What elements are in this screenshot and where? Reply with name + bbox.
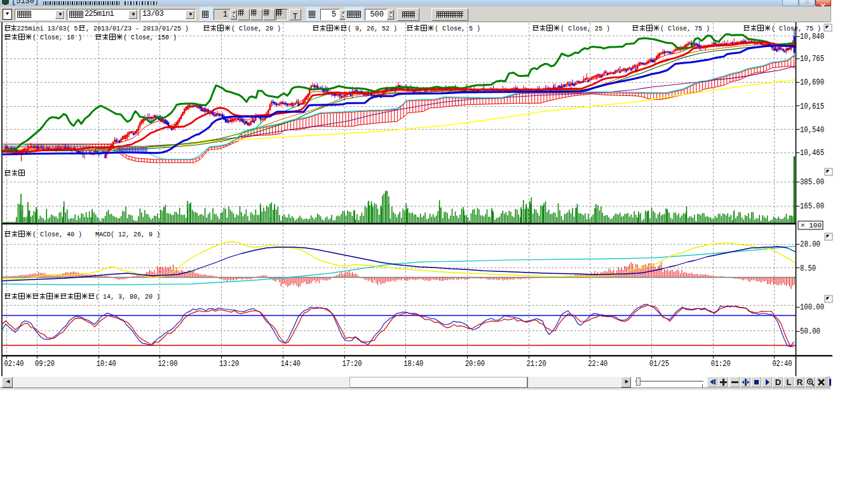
svg-text:01/25: 01/25	[649, 360, 669, 369]
svg-text:10:40: 10:40	[97, 360, 116, 369]
svg-text:225mini 13/03( 5: 225mini 13/03( 5	[17, 25, 78, 32]
svg-text:12:00: 12:00	[158, 360, 177, 369]
svg-text:8.50: 8.50	[800, 264, 816, 273]
svg-text:( Close, 150 ): ( Close, 150 )	[123, 34, 177, 41]
svg-text:( Close, 20 ): ( Close, 20 )	[231, 25, 281, 32]
svg-text:01:20: 01:20	[711, 360, 731, 369]
svg-text:( Close, 5 ): ( Close, 5 )	[435, 25, 480, 32]
svg-text:02:40: 02:40	[4, 360, 24, 369]
svg-text:( 14, 3, 80, 20 ): ( 14, 3, 80, 20 )	[95, 294, 160, 301]
svg-text:( Close, 10 ): ( Close, 10 )	[32, 34, 82, 41]
svg-text:MACD( 12, 26, 9 ): MACD( 12, 26, 9 )	[95, 231, 160, 238]
svg-text:14:40: 14:40	[281, 360, 301, 369]
svg-text:10,765: 10,765	[800, 55, 824, 64]
svg-text:( Close, 40 ): ( Close, 40 )	[32, 231, 82, 238]
svg-text:28.00: 28.00	[800, 240, 820, 249]
svg-text:10,615: 10,615	[800, 102, 824, 111]
svg-text:02:40: 02:40	[772, 360, 792, 369]
svg-text:21:20: 21:20	[527, 360, 546, 369]
svg-text:R: R	[797, 377, 803, 387]
svg-text:385.00: 385.00	[800, 178, 824, 187]
svg-text:22:40: 22:40	[588, 360, 607, 369]
svg-text:( Close, 25 ): ( Close, 25 )	[560, 25, 610, 32]
svg-text:, 2013/01/23 - 2013/01/25 ): , 2013/01/23 - 2013/01/25 )	[86, 25, 189, 32]
svg-text:50.00: 50.00	[800, 327, 820, 336]
svg-text:10,465: 10,465	[800, 149, 824, 158]
svg-text:L: L	[787, 377, 792, 387]
svg-text:10,840: 10,840	[800, 32, 824, 41]
svg-text:165.00: 165.00	[800, 202, 824, 211]
svg-text:( Close, 75 ): ( Close, 75 )	[660, 25, 710, 32]
svg-text:D: D	[775, 377, 781, 387]
svg-text:( Close, 75 ): ( Close, 75 )	[771, 25, 821, 32]
svg-text:10,690: 10,690	[800, 78, 824, 87]
svg-text:09:20: 09:20	[35, 360, 55, 369]
svg-text:13:20: 13:20	[219, 360, 239, 369]
svg-text:( 9, 26, 52 ): ( 9, 26, 52 )	[348, 25, 397, 32]
svg-text:17:20: 17:20	[342, 360, 362, 369]
svg-text:20:00: 20:00	[465, 360, 485, 369]
svg-text:10,540: 10,540	[800, 126, 824, 135]
svg-text:18:40: 18:40	[403, 360, 423, 369]
svg-text:100.00: 100.00	[800, 303, 824, 312]
svg-text:× 100: × 100	[801, 222, 822, 229]
